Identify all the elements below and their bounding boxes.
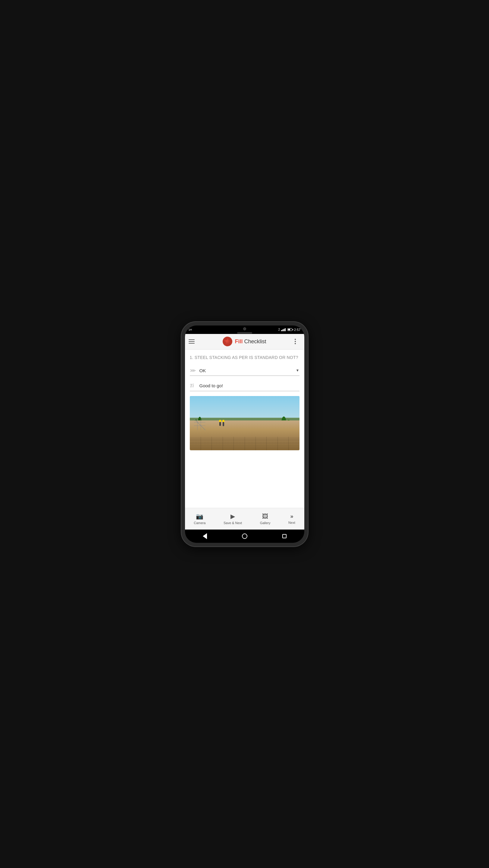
grid-v5 xyxy=(244,437,245,450)
next-icon: » xyxy=(290,513,293,520)
remark-value: Good to go! xyxy=(199,383,299,388)
signal-bar-4 xyxy=(285,328,286,331)
construction-photo-container xyxy=(190,396,299,450)
workers xyxy=(219,422,224,426)
app-bar-center: Fill Checklist xyxy=(199,337,290,346)
double-chevron-icon: ⋙ xyxy=(190,368,196,373)
menu-line-1 xyxy=(189,339,195,340)
back-nav-button[interactable] xyxy=(199,531,210,541)
menu-button[interactable] xyxy=(189,336,199,347)
app-title-fill: Fill xyxy=(235,338,242,344)
worker-2 xyxy=(223,422,224,426)
grid-v6 xyxy=(256,437,256,450)
home-nav-icon xyxy=(242,533,247,539)
logo-splash xyxy=(223,337,232,346)
phone-screen: 1H 2 2:57 xyxy=(185,326,304,543)
back-nav-icon xyxy=(203,533,207,539)
next-label: Next xyxy=(288,521,295,524)
next-button[interactable]: » Next xyxy=(285,511,299,527)
dropdown-field[interactable]: ⋙ OK ▼ xyxy=(190,366,299,376)
save-next-label: Save & Next xyxy=(224,521,242,525)
front-camera xyxy=(243,327,246,330)
signal-bar-3 xyxy=(284,329,285,331)
more-dot-1 xyxy=(295,339,296,340)
grid-v1 xyxy=(201,437,201,450)
scaffolding-svg xyxy=(190,418,210,431)
more-dot-3 xyxy=(295,343,296,344)
text-format-icon: Ti xyxy=(190,383,196,389)
camera-icon: 📷 xyxy=(196,513,203,520)
app-title-rest: Checklist xyxy=(242,338,266,344)
worker-helmet xyxy=(219,420,221,422)
gallery-button[interactable]: 🖼 Gallery xyxy=(256,510,274,527)
bottom-toolbar: 📷 Camera ▶ Save & Next 🖼 Gallery » Next xyxy=(185,508,304,530)
recents-nav-icon xyxy=(282,534,287,538)
remark-input-row[interactable]: Ti Good to go! xyxy=(190,381,299,391)
worker-body xyxy=(219,422,221,426)
construction-photo xyxy=(190,396,299,450)
home-nav-button[interactable] xyxy=(239,531,250,541)
grid-pattern xyxy=(190,437,299,450)
more-options-button[interactable] xyxy=(290,336,301,347)
worker-helmet xyxy=(222,420,225,422)
camera-button[interactable]: 📷 Camera xyxy=(190,510,209,527)
grid-v9 xyxy=(288,437,289,450)
network-indicator: 1H xyxy=(189,328,192,331)
gallery-icon: 🖼 xyxy=(262,513,268,520)
scaffolding-left xyxy=(190,418,210,431)
signal-bar-1 xyxy=(281,330,282,331)
camera-label: Camera xyxy=(194,521,205,525)
signal-icon xyxy=(281,328,286,331)
question-text: 1. STEEL STACKING AS PER IS STANDARD OR … xyxy=(190,354,299,361)
main-content: 1. STEEL STACKING AS PER IS STANDARD OR … xyxy=(185,350,304,508)
app-bar: Fill Checklist xyxy=(185,334,304,350)
save-next-icon: ▶ xyxy=(230,513,235,520)
worker-body xyxy=(223,422,224,426)
network2-label: 2 xyxy=(279,328,280,331)
time-display: 2:57 xyxy=(294,328,300,332)
menu-line-2 xyxy=(189,341,195,342)
app-logo xyxy=(223,337,232,346)
menu-line-3 xyxy=(189,343,195,344)
phone-top-decor xyxy=(237,327,252,334)
battery-icon xyxy=(287,328,292,331)
grid-v2 xyxy=(211,437,212,450)
grid-v4 xyxy=(233,437,234,450)
gallery-label: Gallery xyxy=(260,521,270,525)
grid-v7 xyxy=(266,437,267,450)
navigation-bar xyxy=(185,530,304,543)
grid-v3 xyxy=(223,437,223,450)
grid-v8 xyxy=(278,437,278,450)
dropdown-value: OK xyxy=(199,368,296,373)
more-dot-2 xyxy=(295,341,296,342)
signal-bar-2 xyxy=(282,330,283,331)
worker-1 xyxy=(219,422,221,426)
dropdown-arrow-icon: ▼ xyxy=(296,368,299,373)
save-next-button[interactable]: ▶ Save & Next xyxy=(220,510,246,527)
signal-group: 2 xyxy=(279,328,286,331)
speaker xyxy=(237,332,252,334)
phone-device: 1H 2 2:57 xyxy=(182,322,308,547)
battery-fill xyxy=(288,329,290,330)
app-title: Fill Checklist xyxy=(235,338,266,345)
svg-line-0 xyxy=(194,418,205,430)
recents-nav-button[interactable] xyxy=(279,531,290,541)
